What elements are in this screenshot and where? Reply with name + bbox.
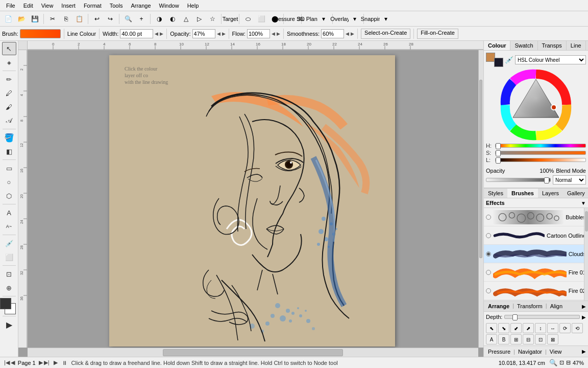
tab-navigator[interactable]: Navigator <box>516 348 544 355</box>
undo-button[interactable]: ↩ <box>91 13 103 25</box>
paste-button[interactable]: 📋 <box>73 13 85 25</box>
arrange-expand[interactable]: ▶ <box>582 304 586 309</box>
save-button[interactable]: 💾 <box>29 13 41 25</box>
vscroll-thumb[interactable] <box>479 80 482 258</box>
menu-edit[interactable]: Edit <box>19 2 37 10</box>
smoothness-input[interactable] <box>321 29 344 38</box>
smoothness-right-arrow[interactable]: ▶ <box>351 31 354 36</box>
arrange-btn-4[interactable]: ⬈ <box>523 323 534 333</box>
target-button[interactable]: Target <box>224 13 236 25</box>
smoothness-left-arrow[interactable]: ◀ <box>346 31 349 36</box>
eraser-tool[interactable]: ⬜ <box>2 250 16 264</box>
page-last-button[interactable]: ▶| <box>44 359 50 366</box>
brush-item-bubbles[interactable]: Bubbles <box>484 208 588 226</box>
arrange-btn-14[interactable]: ⊠ <box>547 334 558 344</box>
brush-shape5-button[interactable]: ☆ <box>206 13 218 25</box>
color-wheel[interactable] <box>500 69 572 141</box>
tab-line[interactable]: Line <box>567 41 586 50</box>
vertical-scrollbar[interactable] <box>478 50 483 348</box>
tab-pressure[interactable]: Pressure <box>486 348 512 355</box>
new-button[interactable]: 📄 <box>2 13 14 25</box>
overlays-button[interactable]: Overlays <box>335 13 348 25</box>
zoom-button[interactable]: 🔍 <box>122 13 134 25</box>
brush-category-arrow[interactable]: ▼ <box>581 200 586 206</box>
page-first-button[interactable]: |◀ <box>4 359 10 366</box>
text-tool[interactable]: A <box>2 206 16 219</box>
arrange-btn-12[interactable]: ⊟ <box>523 334 534 344</box>
page-prev-button[interactable]: ◀ <box>11 359 15 366</box>
flow-input[interactable] <box>247 29 270 38</box>
node-tool[interactable]: ◈ <box>2 56 16 69</box>
menu-view[interactable]: View <box>37 2 58 10</box>
zoom-in-button[interactable]: + <box>135 13 148 25</box>
opacity-right-arrow[interactable]: ▶ <box>222 31 226 36</box>
fill-tool[interactable]: 🪣 <box>2 131 16 144</box>
zoom-out-button[interactable]: 🔍 <box>549 359 557 366</box>
tab-align[interactable]: Align <box>548 303 565 310</box>
depth-max-icon[interactable]: ▶ <box>582 314 586 320</box>
play-button[interactable]: ▶ <box>54 359 58 366</box>
arrange-btn-7[interactable]: ⟳ <box>559 323 571 333</box>
tab-brushes[interactable]: Brushes <box>507 189 538 198</box>
s-slider[interactable] <box>495 151 586 155</box>
h-slider[interactable] <box>495 144 586 148</box>
crop-tool[interactable]: ⊡ <box>2 267 16 281</box>
shape-tool[interactable]: ⬡ <box>2 189 16 202</box>
rectangle-tool[interactable]: ▭ <box>2 162 16 175</box>
gradient-tool[interactable]: ◧ <box>2 145 16 158</box>
arrange-btn-5[interactable]: ↕ <box>535 323 546 333</box>
overlays-arrow[interactable]: ▾ <box>349 13 361 25</box>
menu-format[interactable]: Format <box>80 2 106 10</box>
arrange-btn-3[interactable]: ⬋ <box>510 323 522 333</box>
eyedropper-icon[interactable]: 💉 <box>505 56 513 64</box>
zoom-fit-button[interactable]: ⊡ <box>559 359 564 366</box>
brush-shape-button[interactable]: ◑ <box>153 13 165 25</box>
tab-stencils[interactable]: Stencils <box>586 41 588 50</box>
fill-on-create-button[interactable]: Fill-on-Create <box>417 29 458 39</box>
pen-tool[interactable]: 🖊 <box>2 86 16 100</box>
blend-mode-select[interactable]: Normal <box>553 175 586 185</box>
eyedropper-tool[interactable]: 💉 <box>2 237 16 250</box>
tab-arrange[interactable]: Arrange <box>486 303 511 310</box>
copy-button[interactable]: ⎘ <box>60 13 72 25</box>
calligraphy-tool[interactable]: 𝒜 <box>2 114 16 127</box>
pointer-tool[interactable]: ↖ <box>2 42 16 55</box>
cut-button[interactable]: ✂ <box>46 13 59 25</box>
arrange-btn-9[interactable]: A <box>486 334 497 344</box>
opacity-slider[interactable] <box>486 178 551 182</box>
menu-window[interactable]: Window <box>155 2 183 10</box>
width-right-arrow[interactable]: ▶ <box>160 31 163 36</box>
canvas-area[interactable]: 0 2 4 6 8 10 12 14 16 <box>18 41 483 357</box>
brush-item-cartoon[interactable]: Cartoon Outline <box>484 226 588 245</box>
page-next-button[interactable]: ▶ <box>39 359 43 366</box>
text-path-tool[interactable]: A~ <box>2 220 16 233</box>
tab-transps[interactable]: Transps <box>538 41 567 50</box>
zoom-tool[interactable]: ⊕ <box>2 281 16 294</box>
open-button[interactable]: 📂 <box>15 13 28 25</box>
menu-file[interactable]: File <box>2 2 19 10</box>
canvas-viewport[interactable]: Click the colour layer off co with the l… <box>28 50 478 348</box>
brush-shape4-button[interactable]: ▷ <box>193 13 205 25</box>
tab-gallery[interactable]: Gallery <box>563 189 588 198</box>
opacity-input[interactable] <box>192 29 215 38</box>
snapping-arrow[interactable]: ▾ <box>380 13 392 25</box>
redo-button[interactable]: ↪ <box>104 13 116 25</box>
snapping-button[interactable]: Snapping <box>366 13 379 25</box>
menu-help[interactable]: Help <box>183 2 203 10</box>
depth-slider[interactable] <box>504 315 580 319</box>
arrange-btn-1[interactable]: ⬉ <box>486 323 497 333</box>
background-swatch[interactable] <box>494 58 503 67</box>
tab-transform[interactable]: Transform <box>515 303 545 310</box>
3d-planes-button[interactable]: 3D Planes <box>304 13 316 25</box>
arrange-btn-10[interactable]: B <box>498 334 509 344</box>
menu-tools[interactable]: Tools <box>106 2 127 10</box>
expand-tool[interactable]: ▶ <box>2 318 16 331</box>
brush-list-scroll-thumb[interactable] <box>585 211 588 232</box>
width-left-arrow[interactable]: ◀ <box>155 31 158 36</box>
horizontal-scrollbar[interactable] <box>28 348 478 357</box>
color-mode-select[interactable]: HSL Colour Wheel <box>515 55 586 64</box>
lasso-button[interactable]: ⬭ <box>242 13 254 25</box>
menu-insert[interactable]: Insert <box>57 2 80 10</box>
hscroll-thumb[interactable] <box>163 349 343 356</box>
tab-colour[interactable]: Colour <box>484 41 510 50</box>
